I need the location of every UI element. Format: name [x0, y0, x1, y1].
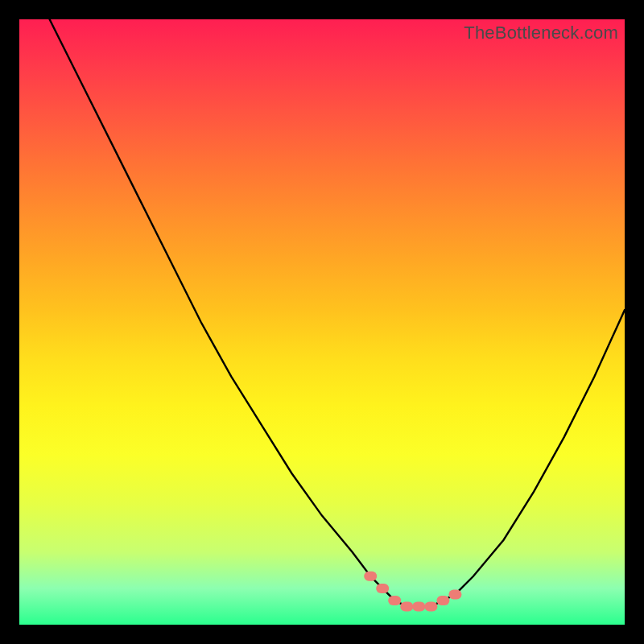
svg-rect-5 [424, 601, 437, 611]
svg-rect-2 [388, 596, 401, 605]
svg-rect-1 [376, 584, 389, 593]
svg-rect-7 [448, 589, 461, 599]
plot-area: TheBottleneck.com [19, 19, 625, 625]
svg-rect-0 [364, 572, 377, 581]
svg-rect-3 [400, 601, 413, 611]
flat-region-markers [364, 572, 461, 612]
chart-frame: TheBottleneck.com [0, 0, 644, 644]
bottleneck-curve-path [50, 19, 625, 606]
svg-rect-6 [436, 596, 449, 605]
curve-svg [19, 19, 625, 625]
svg-rect-4 [412, 601, 425, 611]
